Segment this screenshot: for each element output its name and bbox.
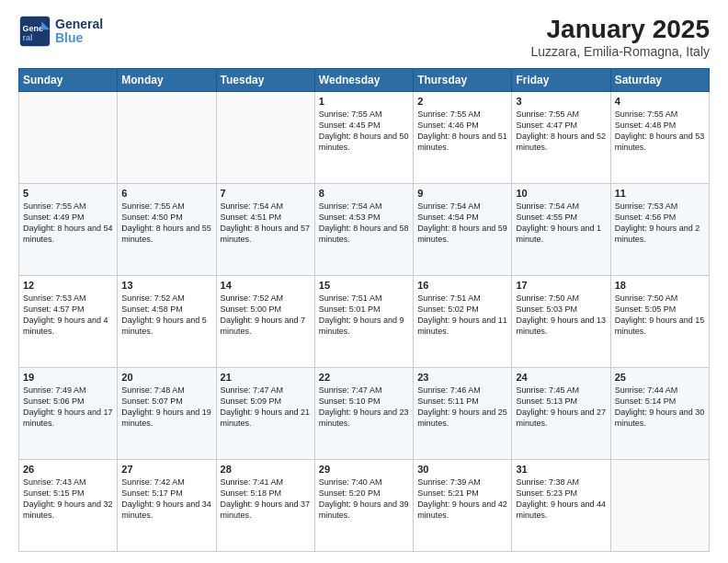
weekday-header-friday: Friday: [512, 69, 610, 92]
day-cell: 23Sunrise: 7:46 AM Sunset: 5:11 PM Dayli…: [414, 368, 512, 460]
page: Gene ral General Blue January 2025 Luzza…: [0, 0, 728, 563]
svg-text:ral: ral: [23, 33, 33, 42]
day-info: Sunrise: 7:47 AM Sunset: 5:10 PM Dayligh…: [319, 385, 409, 430]
weekday-header-thursday: Thursday: [414, 69, 512, 92]
day-number: 5: [23, 188, 113, 199]
day-number: 23: [417, 372, 507, 383]
day-cell: 26Sunrise: 7:43 AM Sunset: 5:15 PM Dayli…: [19, 460, 118, 552]
day-number: 11: [615, 188, 705, 199]
day-number: 29: [319, 464, 409, 475]
day-info: Sunrise: 7:44 AM Sunset: 5:14 PM Dayligh…: [615, 385, 705, 430]
week-row-2: 5Sunrise: 7:55 AM Sunset: 4:49 PM Daylig…: [19, 184, 710, 276]
weekday-header-tuesday: Tuesday: [216, 69, 314, 92]
day-info: Sunrise: 7:55 AM Sunset: 4:50 PM Dayligh…: [121, 201, 211, 246]
weekday-header-wednesday: Wednesday: [314, 69, 413, 92]
day-cell: 28Sunrise: 7:41 AM Sunset: 5:18 PM Dayli…: [216, 460, 314, 552]
day-cell: 19Sunrise: 7:49 AM Sunset: 5:06 PM Dayli…: [19, 368, 118, 460]
day-info: Sunrise: 7:54 AM Sunset: 4:55 PM Dayligh…: [516, 201, 606, 246]
day-info: Sunrise: 7:38 AM Sunset: 5:23 PM Dayligh…: [516, 477, 606, 522]
day-number: 22: [319, 372, 409, 383]
day-info: Sunrise: 7:51 AM Sunset: 5:01 PM Dayligh…: [319, 293, 409, 338]
calendar-title: January 2025: [530, 15, 710, 44]
day-info: Sunrise: 7:52 AM Sunset: 5:00 PM Dayligh…: [221, 293, 311, 338]
day-info: Sunrise: 7:46 AM Sunset: 5:11 PM Dayligh…: [417, 385, 507, 430]
svg-text:Gene: Gene: [23, 24, 44, 33]
day-info: Sunrise: 7:45 AM Sunset: 5:13 PM Dayligh…: [516, 385, 606, 430]
calendar-table: SundayMondayTuesdayWednesdayThursdayFrid…: [18, 68, 710, 552]
day-number: 21: [221, 372, 311, 383]
day-cell: [118, 92, 216, 184]
weekday-header-row: SundayMondayTuesdayWednesdayThursdayFrid…: [19, 69, 710, 92]
day-number: 24: [516, 372, 606, 383]
day-cell: 27Sunrise: 7:42 AM Sunset: 5:17 PM Dayli…: [118, 460, 216, 552]
day-info: Sunrise: 7:53 AM Sunset: 4:57 PM Dayligh…: [23, 293, 113, 338]
week-row-5: 26Sunrise: 7:43 AM Sunset: 5:15 PM Dayli…: [19, 460, 710, 552]
day-cell: 7Sunrise: 7:54 AM Sunset: 4:51 PM Daylig…: [216, 184, 314, 276]
day-info: Sunrise: 7:48 AM Sunset: 5:07 PM Dayligh…: [121, 385, 211, 430]
day-info: Sunrise: 7:50 AM Sunset: 5:03 PM Dayligh…: [516, 293, 606, 338]
day-number: 31: [516, 464, 606, 475]
day-cell: 15Sunrise: 7:51 AM Sunset: 5:01 PM Dayli…: [314, 276, 413, 368]
day-number: 4: [615, 96, 705, 107]
day-number: 15: [319, 280, 409, 291]
day-cell: 17Sunrise: 7:50 AM Sunset: 5:03 PM Dayli…: [512, 276, 610, 368]
logo-line1: General: [55, 17, 103, 31]
day-number: 17: [516, 280, 606, 291]
day-cell: [216, 92, 314, 184]
day-info: Sunrise: 7:40 AM Sunset: 5:20 PM Dayligh…: [319, 477, 409, 522]
day-cell: 20Sunrise: 7:48 AM Sunset: 5:07 PM Dayli…: [118, 368, 216, 460]
day-cell: 11Sunrise: 7:53 AM Sunset: 4:56 PM Dayli…: [610, 184, 709, 276]
day-info: Sunrise: 7:39 AM Sunset: 5:21 PM Dayligh…: [417, 477, 507, 522]
day-cell: 6Sunrise: 7:55 AM Sunset: 4:50 PM Daylig…: [118, 184, 216, 276]
day-number: 18: [615, 280, 705, 291]
day-number: 13: [121, 280, 211, 291]
logo-line2: Blue: [55, 31, 103, 45]
day-info: Sunrise: 7:53 AM Sunset: 4:56 PM Dayligh…: [615, 201, 705, 246]
day-cell: 18Sunrise: 7:50 AM Sunset: 5:05 PM Dayli…: [610, 276, 709, 368]
logo-icon: Gene ral: [18, 15, 51, 48]
weekday-header-sunday: Sunday: [19, 69, 118, 92]
calendar-subtitle: Luzzara, Emilia-Romagna, Italy: [530, 44, 710, 59]
day-number: 25: [615, 372, 705, 383]
day-cell: 16Sunrise: 7:51 AM Sunset: 5:02 PM Dayli…: [414, 276, 512, 368]
day-info: Sunrise: 7:49 AM Sunset: 5:06 PM Dayligh…: [23, 385, 113, 430]
day-number: 26: [23, 464, 113, 475]
day-cell: 14Sunrise: 7:52 AM Sunset: 5:00 PM Dayli…: [216, 276, 314, 368]
day-info: Sunrise: 7:51 AM Sunset: 5:02 PM Dayligh…: [417, 293, 507, 338]
day-number: 28: [221, 464, 311, 475]
day-cell: 21Sunrise: 7:47 AM Sunset: 5:09 PM Dayli…: [216, 368, 314, 460]
day-number: 27: [121, 464, 211, 475]
day-number: 14: [221, 280, 311, 291]
day-info: Sunrise: 7:54 AM Sunset: 4:54 PM Dayligh…: [417, 201, 507, 246]
day-info: Sunrise: 7:43 AM Sunset: 5:15 PM Dayligh…: [23, 477, 113, 522]
day-info: Sunrise: 7:52 AM Sunset: 4:58 PM Dayligh…: [121, 293, 211, 338]
day-number: 20: [121, 372, 211, 383]
day-info: Sunrise: 7:54 AM Sunset: 4:53 PM Dayligh…: [319, 201, 409, 246]
day-number: 7: [221, 188, 311, 199]
day-info: Sunrise: 7:55 AM Sunset: 4:47 PM Dayligh…: [516, 109, 606, 154]
day-cell: 5Sunrise: 7:55 AM Sunset: 4:49 PM Daylig…: [19, 184, 118, 276]
day-info: Sunrise: 7:41 AM Sunset: 5:18 PM Dayligh…: [221, 477, 311, 522]
day-info: Sunrise: 7:55 AM Sunset: 4:49 PM Dayligh…: [23, 201, 113, 246]
day-cell: 13Sunrise: 7:52 AM Sunset: 4:58 PM Dayli…: [118, 276, 216, 368]
day-number: 9: [417, 188, 507, 199]
day-info: Sunrise: 7:55 AM Sunset: 4:48 PM Dayligh…: [615, 109, 705, 154]
day-cell: 8Sunrise: 7:54 AM Sunset: 4:53 PM Daylig…: [314, 184, 413, 276]
day-cell: 10Sunrise: 7:54 AM Sunset: 4:55 PM Dayli…: [512, 184, 610, 276]
day-cell: 24Sunrise: 7:45 AM Sunset: 5:13 PM Dayli…: [512, 368, 610, 460]
day-number: 2: [417, 96, 507, 107]
day-number: 30: [417, 464, 507, 475]
day-cell: 22Sunrise: 7:47 AM Sunset: 5:10 PM Dayli…: [314, 368, 413, 460]
title-block: January 2025 Luzzara, Emilia-Romagna, It…: [530, 15, 710, 59]
day-info: Sunrise: 7:54 AM Sunset: 4:51 PM Dayligh…: [221, 201, 311, 246]
day-cell: [19, 92, 118, 184]
day-info: Sunrise: 7:42 AM Sunset: 5:17 PM Dayligh…: [121, 477, 211, 522]
day-number: 12: [23, 280, 113, 291]
day-cell: 12Sunrise: 7:53 AM Sunset: 4:57 PM Dayli…: [19, 276, 118, 368]
day-number: 8: [319, 188, 409, 199]
day-cell: 29Sunrise: 7:40 AM Sunset: 5:20 PM Dayli…: [314, 460, 413, 552]
day-number: 1: [319, 96, 409, 107]
day-info: Sunrise: 7:47 AM Sunset: 5:09 PM Dayligh…: [221, 385, 311, 430]
day-number: 19: [23, 372, 113, 383]
day-number: 10: [516, 188, 606, 199]
